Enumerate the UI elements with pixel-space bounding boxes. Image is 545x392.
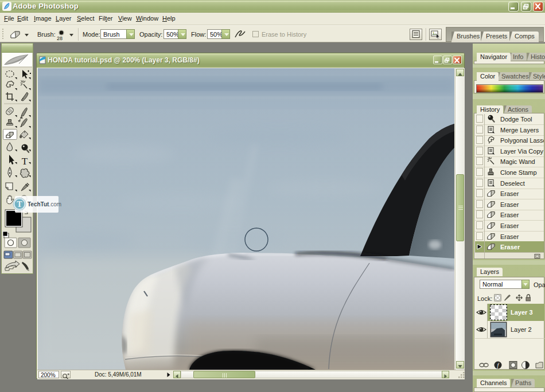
svg-text:T: T	[17, 200, 22, 209]
svg-text:T: T	[22, 156, 28, 167]
